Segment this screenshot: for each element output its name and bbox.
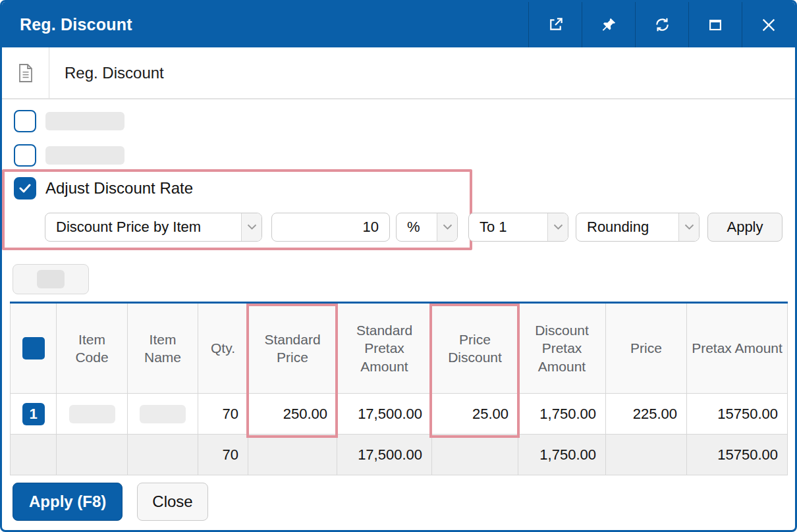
dialog-content: Adjust Discount Rate Discount Price by I… xyxy=(2,109,795,521)
select-all-cell xyxy=(11,303,57,394)
option-2-checkbox[interactable] xyxy=(14,144,36,167)
discount-pretax-amount-cell[interactable]: 1,750.00 xyxy=(518,394,606,435)
adjust-discount-checkbox[interactable] xyxy=(14,177,36,200)
adjust-discount-label: Adjust Discount Rate xyxy=(45,179,193,198)
close-button[interactable] xyxy=(742,2,795,47)
page-title: Reg. Discount xyxy=(49,47,164,98)
col-header-price: Price xyxy=(606,303,687,394)
col-header-standard-pretax-amount: Standard Pretax Amount xyxy=(337,303,432,394)
row-number-cell: 1 xyxy=(11,394,57,435)
option-2-skeleton-label xyxy=(45,146,124,165)
select-all-checkbox[interactable] xyxy=(22,337,45,359)
close-dialog-button[interactable]: Close xyxy=(137,483,207,521)
skeleton-blob xyxy=(37,270,65,288)
round-to-select[interactable]: To 1 xyxy=(468,213,568,242)
totals-empty-cell xyxy=(248,435,337,475)
apply-rate-button[interactable]: Apply xyxy=(707,213,783,242)
window-title: Reg. Discount xyxy=(2,15,528,34)
grid-data-row: 1 70 250.00 17,500.00 25.00 1,750.00 225… xyxy=(11,394,788,435)
document-icon-cell xyxy=(2,47,49,98)
col-header-item-code: Item Code xyxy=(57,303,128,394)
standard-pretax-amount-cell[interactable]: 17,500.00 xyxy=(337,394,432,435)
price-discount-cell[interactable]: 25.00 xyxy=(432,394,518,435)
totals-empty-cell xyxy=(11,435,57,475)
item-code-cell[interactable] xyxy=(57,394,128,435)
discount-rate-input-wrap xyxy=(271,213,390,242)
totals-qty: 70 xyxy=(198,435,248,475)
col-header-pretax-amount: Pretax Amount xyxy=(687,303,788,394)
chevron-down-icon xyxy=(437,213,457,241)
totals-standard-pretax-amount: 17,500.00 xyxy=(337,435,432,475)
discount-controls-row: Discount Price by Item % To 1 xyxy=(45,213,783,242)
totals-empty-cell xyxy=(128,435,198,475)
items-grid: Item Code Item Name Qty. Standard Price … xyxy=(10,302,787,475)
discount-rate-input[interactable] xyxy=(272,213,389,241)
col-header-price-discount: Price Discount xyxy=(432,303,518,394)
dialog-footer: Apply (F8) Close xyxy=(13,483,787,521)
refresh-button[interactable] xyxy=(635,2,688,47)
option-row-1 xyxy=(14,109,787,134)
totals-pretax-amount: 15750.00 xyxy=(687,435,788,475)
col-header-item-name: Item Name xyxy=(128,303,198,394)
toolbar-skeleton-button[interactable] xyxy=(13,264,89,294)
maximize-button[interactable] xyxy=(688,2,742,47)
chevron-down-icon xyxy=(678,213,699,241)
document-icon xyxy=(18,63,34,83)
open-in-new-window-icon xyxy=(547,16,564,34)
item-name-skeleton xyxy=(140,405,186,423)
pin-button[interactable] xyxy=(582,2,635,47)
refresh-icon xyxy=(653,16,671,34)
adjust-discount-section: Adjust Discount Rate Discount Price by I… xyxy=(10,169,787,250)
chevron-down-icon xyxy=(241,213,261,241)
apply-f8-button[interactable]: Apply (F8) xyxy=(13,483,123,521)
title-bar: Reg. Discount xyxy=(2,2,795,47)
col-header-standard-price: Standard Price xyxy=(248,303,337,394)
price-cell[interactable]: 225.00 xyxy=(606,394,687,435)
qty-cell[interactable]: 70 xyxy=(198,394,248,435)
option-1-skeleton-label xyxy=(45,112,124,130)
item-code-skeleton xyxy=(69,405,115,423)
col-header-qty: Qty. xyxy=(198,303,248,394)
totals-empty-cell xyxy=(606,435,687,475)
row-number-badge[interactable]: 1 xyxy=(22,403,45,425)
maximize-icon xyxy=(707,16,724,34)
pretax-amount-cell[interactable]: 15750.00 xyxy=(687,394,788,435)
standard-price-cell[interactable]: 250.00 xyxy=(248,394,337,435)
open-in-new-window-button[interactable] xyxy=(528,2,582,47)
grid-header-row: Item Code Item Name Qty. Standard Price … xyxy=(11,303,788,394)
grid-totals-row: 70 17,500.00 1,750.00 15750.00 xyxy=(11,435,788,475)
totals-empty-cell xyxy=(57,435,128,475)
option-1-checkbox[interactable] xyxy=(14,110,36,132)
discount-unit-select[interactable]: % xyxy=(396,213,458,242)
reg-discount-dialog: Reg. Discount xyxy=(0,0,797,532)
col-header-discount-pretax-amount: Discount Pretax Amount xyxy=(518,303,606,394)
close-icon xyxy=(760,16,777,34)
pin-icon xyxy=(600,16,617,34)
totals-empty-cell xyxy=(432,435,518,475)
item-name-cell[interactable] xyxy=(128,394,198,435)
adjust-discount-row: Adjust Discount Rate xyxy=(14,176,193,201)
totals-discount-pretax-amount: 1,750.00 xyxy=(518,435,606,475)
chevron-down-icon xyxy=(547,213,568,241)
rounding-method-select[interactable]: Rounding xyxy=(576,213,700,242)
option-row-2 xyxy=(14,143,787,168)
discount-method-select[interactable]: Discount Price by Item xyxy=(45,213,262,242)
page-header: Reg. Discount xyxy=(2,47,795,99)
titlebar-buttons xyxy=(528,2,795,47)
checkmark-icon xyxy=(19,184,31,193)
